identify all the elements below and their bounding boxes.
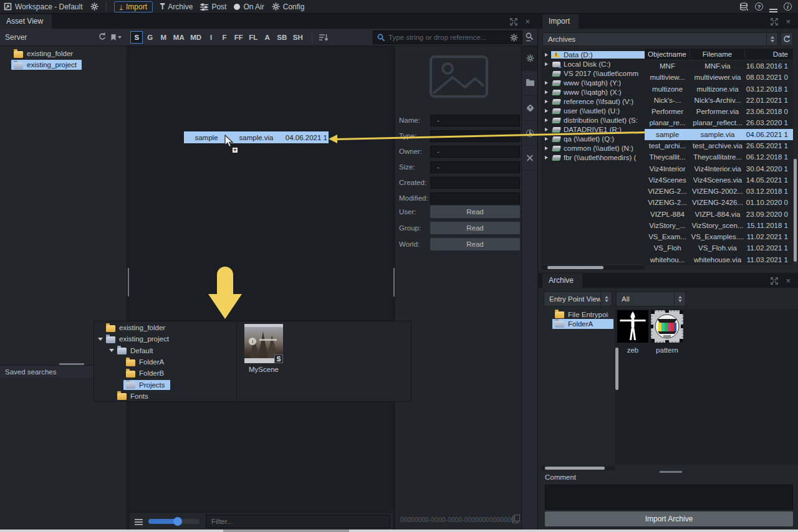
workspace-filter-input[interactable] [206,515,390,528]
expand-panel-icon[interactable] [771,277,778,285]
refresh-archives-button[interactable] [781,32,793,46]
workspace-settings-icon[interactable] [90,2,99,11]
table-row[interactable]: VIZENG-2... VIZENG-2002... 03.12.2018 1 [645,186,793,197]
table-header[interactable]: Objectname Filename Date [645,49,793,60]
drive-tree-item[interactable]: Local Disk (C:) [541,59,645,69]
entry-tree-hscrollbar[interactable] [541,466,615,470]
drive-tree-item[interactable]: www (\\qatgh) (X:) [541,87,645,97]
asset-filter-button[interactable]: MD [188,31,204,44]
tab-asset-view[interactable]: Asset View [0,14,52,29]
splitter-handle[interactable] [660,471,682,473]
table-row[interactable]: Nick's-... Nick's-Archiv... 22.01.2021 1 [645,95,793,106]
sync-icon[interactable] [98,32,108,42]
drive-tree-item[interactable]: www (\\qatgh) (Y:) [541,78,645,87]
drive-tree-item[interactable]: VS 2017 (\\autlet\comm [541,69,645,78]
asset-filter-button[interactable]: FL [246,31,260,44]
table-row[interactable]: Theycallit... Theycallitatre... 06.12.20… [645,151,793,163]
table-row[interactable]: Viz4Interior Viz4Interior.via 30.04.2020… [645,163,793,174]
asset-filter-button[interactable]: S [130,31,143,44]
property-value[interactable] [430,192,520,204]
tab-import[interactable]: Import [542,14,579,29]
drive-tree-item[interactable]: distribution (\\autlet) (S: [541,115,645,125]
settings-gears-icon[interactable] [522,46,538,71]
property-value[interactable]: - [430,146,520,158]
thumbnail-size-slider[interactable] [148,519,200,524]
dragged-asset-row[interactable]: sample sample.via 04.06.2021 1 [184,131,329,143]
archive-mode-button[interactable]: T Archive [160,2,193,11]
asset-workspace[interactable] [130,46,393,512]
copy-uuid-icon[interactable] [512,516,519,523]
table-row[interactable]: sample sample.via 04.06.2021 1 [645,129,793,140]
property-value[interactable]: - [430,115,520,126]
drive-tree-item[interactable]: common (\\autlet) (N:) [541,143,645,153]
asset-filter-button[interactable]: M [157,31,170,44]
expand-panel-icon[interactable] [510,18,517,26]
table-row[interactable]: whitehou... whitehouse.via 11.03.2021 1 [645,254,793,265]
search-input[interactable] [388,34,506,41]
drive-tree-item[interactable]: fbr (\\autlet\homedirs) ( [541,153,645,162]
asset-filter-button[interactable]: SH [291,31,305,44]
list-view-icon[interactable] [135,519,143,520]
table-row[interactable]: planar_re... planar_reflect... 26.03.202… [645,117,793,128]
server-tree-item[interactable]: existing_project [0,59,127,70]
drive-tree-item[interactable]: qa (\\autlet) (Q:) [541,134,645,143]
onair-mode-button[interactable]: On Air [234,2,264,11]
table-row[interactable]: test_archi... test_archive.via 26.05.202… [645,140,793,151]
table-row[interactable]: VIZPL-884 VIZPL-884.via 23.09.2020 0 [645,208,793,219]
drive-tree-item[interactable]: user (\\autlet) (U:) [541,106,645,115]
read-permission-button[interactable]: Read [430,222,520,234]
project-tree-item[interactable]: Default [94,345,236,356]
tab-archive[interactable]: Archive [542,273,582,288]
tools-icon[interactable] [522,146,538,171]
search-in-document-icon[interactable] [526,32,535,42]
menu-icon[interactable] [769,9,777,10]
folder-view-icon[interactable] [522,71,538,96]
server-tree-item[interactable]: existing_folder [0,48,127,59]
asset-filter-button[interactable]: FF [232,31,246,44]
property-value[interactable] [430,177,520,189]
asset-filter-button[interactable]: G [144,31,156,44]
table-row[interactable]: MNF MNF.via 16.08.2016 1 [645,60,793,72]
sort-icon[interactable] [319,33,329,42]
table-row[interactable]: VizStory_... VizStory_scen... 15.11.2018… [645,220,793,231]
read-permission-button[interactable]: Read [430,206,520,218]
table-row[interactable]: multiview... multiviewer.via 08.03.2021 … [645,72,793,83]
search-options-gear-icon[interactable] [510,34,518,42]
project-tree-item[interactable]: FolderB [94,368,236,379]
project-tree-item[interactable]: existing_folder [94,322,236,333]
drive-tree-item[interactable]: reference (\\fsaut) (V:) [541,97,645,106]
table-vscrollbar[interactable] [793,49,798,265]
asset-filter-button[interactable]: MA [171,31,187,44]
asset-filter-button[interactable]: SB [274,31,289,44]
table-row[interactable]: VS_Exam... VS_Examples.... 11.02.2021 1 [645,231,793,242]
config-mode-button[interactable]: Config [272,2,305,11]
entry-point-view-dropdown[interactable]: Entry Point View [544,292,612,306]
tag-icon[interactable] [522,96,538,121]
property-value[interactable]: - [430,161,520,173]
table-row[interactable]: VS_Floh VS_Floh.via 11.02.2021 1 [645,242,793,254]
bookmark-icon[interactable] [110,34,122,41]
drive-tree-hscrollbar[interactable] [541,265,645,270]
read-permission-button[interactable]: Read [430,238,520,250]
project-tree-item[interactable]: Projects [94,379,236,390]
post-mode-button[interactable]: Post [200,2,226,11]
expand-panel-icon[interactable] [771,18,778,26]
project-tree-item[interactable]: FolderA [94,356,236,368]
help-icon[interactable]: ? [755,2,763,11]
archive-item-pattern[interactable]: pattern [651,310,683,354]
close-panel-icon[interactable]: × [786,277,791,285]
table-row[interactable]: multizone multizone.via 03.12.2018 1 [645,83,793,95]
project-tree-item[interactable]: Fonts [94,391,236,402]
archives-dropdown[interactable]: Archives [542,32,778,46]
entry-point-tree-item[interactable]: File Entrypoint [541,310,615,319]
asset-filter-button[interactable]: I [205,31,218,44]
import-archive-button[interactable]: Import Archive [545,511,793,526]
table-row[interactable]: Viz4Scenes Viz4Scenes.via 14.05.2021 1 [645,174,793,186]
entry-point-tree-item[interactable]: FolderA [541,319,615,328]
project-tree-item[interactable]: existing_project [94,333,236,344]
type-filter-dropdown[interactable]: All [616,292,686,306]
scene-thumbnail[interactable]: I S MyScene [244,324,283,373]
workspace-menu[interactable]: Workspace - Default [4,2,83,11]
close-panel-icon[interactable]: × [525,17,530,26]
table-row[interactable]: Performer Performer.via 23.06.2018 0 [645,106,793,117]
